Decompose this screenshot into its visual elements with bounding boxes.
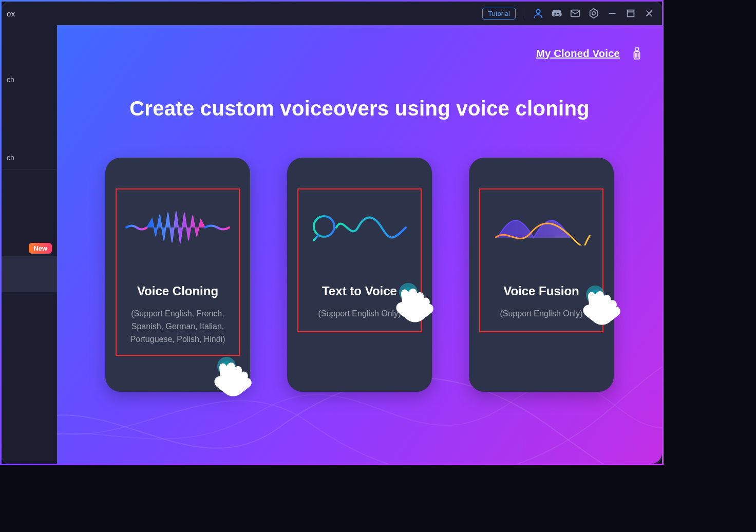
new-badge: New [29, 243, 52, 254]
window-title: ox [7, 9, 15, 18]
page-title: Create custom voiceovers using voice clo… [129, 97, 590, 120]
sidebar-label-fragment: ch [2, 71, 57, 88]
titlebar: ox Tutorial [2, 2, 662, 25]
card-title: Voice Cloning [137, 284, 218, 298]
card-subtitle: (Support English Only) [497, 308, 586, 320]
waveform-icon [117, 192, 239, 263]
sidebar: ch ch New [2, 25, 57, 464]
sidebar-separator [2, 169, 57, 169]
discord-icon[interactable] [551, 8, 562, 19]
svg-point-15 [314, 216, 334, 237]
card-title: Voice Fusion [503, 284, 579, 298]
user-icon[interactable] [533, 8, 544, 19]
card-title: Text to Voice [322, 284, 397, 298]
sidebar-item-selected[interactable] [2, 256, 57, 292]
settings-icon[interactable] [588, 8, 599, 19]
svg-point-3 [592, 12, 595, 15]
pointer-hand-icon [209, 353, 266, 409]
feedback-icon[interactable] [630, 47, 644, 60]
text-to-voice-card[interactable]: Text to Voice (Support English Only) [287, 158, 432, 392]
voice-fusion-icon [480, 192, 602, 263]
mail-icon[interactable] [570, 8, 581, 19]
divider [524, 8, 524, 18]
text-to-voice-icon [298, 192, 421, 263]
my-cloned-voice-link[interactable]: My Cloned Voice [536, 48, 620, 60]
voice-cloning-card[interactable]: Voice Cloning (Support English, French, … [105, 158, 250, 392]
svg-rect-5 [628, 10, 634, 17]
pointer-hand-icon [578, 281, 634, 338]
voice-fusion-card[interactable]: Voice Fusion (Support English Only) [469, 158, 614, 392]
app-window: ox Tutorial [0, 0, 664, 465]
card-subtitle: (Support English, French, Spanish, Germa… [117, 308, 239, 346]
svg-marker-2 [590, 9, 598, 18]
main-panel: My Cloned Voice Create custom voiceovers… [57, 25, 662, 464]
sidebar-label-fragment: ch [2, 149, 57, 166]
minimize-icon[interactable] [607, 8, 618, 19]
card-row: Voice Cloning (Support English, French, … [105, 158, 614, 392]
maximize-icon[interactable] [625, 8, 636, 19]
pointer-hand-icon [391, 279, 447, 335]
svg-point-0 [536, 10, 540, 13]
tutorial-button[interactable]: Tutorial [482, 8, 516, 20]
close-icon[interactable] [644, 8, 655, 19]
